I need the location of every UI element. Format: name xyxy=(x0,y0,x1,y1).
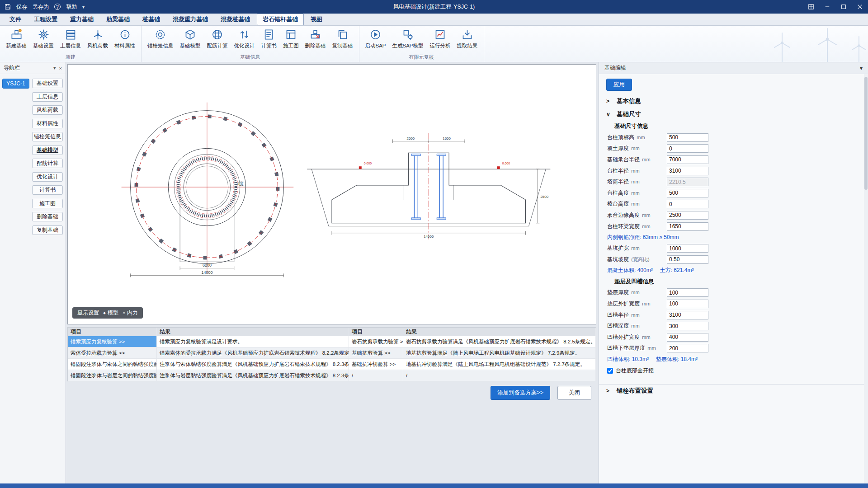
sidebar-item-anchor-cage-info[interactable]: 锚栓笼信息 xyxy=(32,132,63,141)
pedestal-height-input[interactable] xyxy=(667,189,708,197)
sidebar-item-optimize-design[interactable]: 优化设计 xyxy=(32,172,63,182)
calculation-report-button[interactable]: 计算书 xyxy=(258,27,280,50)
turbine-load-button[interactable]: 风机荷载 xyxy=(84,27,111,50)
section-foundation-size[interactable]: ∨ 基础尺寸 xyxy=(599,108,868,121)
launch-sap-button[interactable]: 启动SAP xyxy=(362,27,389,50)
add-to-plans-button[interactable]: 添加到备选方案>> xyxy=(491,386,550,400)
new-foundation-button[interactable]: 新建基础 xyxy=(3,27,30,50)
help-icon[interactable]: ? xyxy=(54,4,61,10)
groove-radius-input[interactable] xyxy=(667,311,708,319)
check-item-link[interactable]: 索体受拉承载力验算 >> xyxy=(68,347,157,358)
field-row: 垫层厚度 mm xyxy=(599,287,868,299)
copy-foundation-button[interactable]: 复制基础 xyxy=(329,27,356,50)
cushion-extension-input[interactable] xyxy=(667,300,708,308)
radio-on-icon: ● xyxy=(103,310,106,315)
foundation-model-icon xyxy=(184,28,196,42)
maximize-button[interactable] xyxy=(835,0,852,14)
model-canvas[interactable]: 0度 6200 14000 xyxy=(67,64,596,324)
rebar-calculation-button[interactable]: 配筋计算 xyxy=(204,27,231,50)
radio-internal-force[interactable]: ○ 内力 xyxy=(123,309,138,317)
check-item-link[interactable]: 锚固段注浆体与索体之间的黏结强度验算 >> xyxy=(68,359,157,370)
groove-extension-input[interactable] xyxy=(667,333,708,342)
pin-icon[interactable]: ▾ xyxy=(53,65,56,71)
frustum-height-input[interactable] xyxy=(667,200,708,208)
tab-mixed-gravity-foundation[interactable]: 混凝重力基础 xyxy=(167,14,214,25)
generate-sap-model-button[interactable]: 生成SAP模型 xyxy=(389,27,427,50)
ribbon-button-label: 风机荷载 xyxy=(87,42,108,49)
soil-layer-info-button[interactable]: 土层信息 xyxy=(57,27,84,50)
tab-mixed-pile-foundation[interactable]: 混凝桩基础 xyxy=(215,14,256,25)
pedestal-radius-input[interactable] xyxy=(667,167,708,175)
sidebar-item-construction-drawing[interactable]: 施工图 xyxy=(32,199,63,208)
field-unit: mm xyxy=(631,245,639,251)
main-area: 导航栏 ▾ × YSJC-1 基础设置 土层信息 风机荷载 材料属性 锚栓笼信息… xyxy=(0,62,868,483)
extract-results-button[interactable]: 提取结果 xyxy=(454,27,481,50)
minimize-button[interactable] xyxy=(819,0,835,14)
ribbon-button-label: 配筋计算 xyxy=(207,42,228,49)
settings-gear-icon xyxy=(38,28,50,42)
close-sidebar-icon[interactable]: × xyxy=(59,66,62,71)
pit-slope-input[interactable] xyxy=(667,255,708,264)
close-panel-button[interactable]: 关闭 xyxy=(557,386,591,400)
check-item-link[interactable]: 基础抗冲切验算 >> xyxy=(349,359,403,370)
groove-depth-input[interactable] xyxy=(667,322,708,330)
run-analysis-button[interactable]: 运行分析 xyxy=(427,27,454,50)
cap-edge-height-input[interactable] xyxy=(667,211,708,220)
save-icon[interactable] xyxy=(5,4,11,10)
tab-rock-anchor-foundation[interactable]: 岩石锚杆基础 xyxy=(257,14,304,25)
sidebar-item-wind-load[interactable]: 风机荷载 xyxy=(32,105,63,115)
construction-drawing-button[interactable]: 施工图 xyxy=(280,27,302,50)
optimize-design-button[interactable]: 优化设计 xyxy=(231,27,258,50)
field-row: 凹槽下垫层厚度 mm xyxy=(599,343,868,354)
scrollbar-thumb[interactable] xyxy=(864,77,868,190)
check-item-link[interactable]: 锚固段注浆体与岩层之间的黏结强度验算 >> xyxy=(68,370,157,381)
ring-beam-width-input[interactable] xyxy=(667,222,708,231)
sidebar-item-calc-report[interactable]: 计算书 xyxy=(32,185,63,195)
toolbar-options-caret-icon[interactable]: ▾ xyxy=(82,5,85,9)
sidebar-item-delete-foundation[interactable]: 删除基础 xyxy=(32,212,63,221)
layout-grid-icon[interactable] xyxy=(803,0,819,14)
section-basic-info[interactable]: > 基本信息 xyxy=(599,94,868,108)
check-item-link[interactable]: 基础抗剪验算 >> xyxy=(349,347,403,358)
panel-scrollbar[interactable] xyxy=(864,74,868,483)
material-properties-button[interactable]: 材料属性 xyxy=(111,27,138,50)
apply-button[interactable]: 应用 xyxy=(606,79,632,91)
check-item-link[interactable]: 锚索预应力复核验算 >> xyxy=(68,336,157,347)
anchor-cage-info-button[interactable]: 锚栓笼信息 xyxy=(144,27,177,50)
field-row: 塔筒半径 mm xyxy=(599,176,868,188)
sidebar-item-copy-foundation[interactable]: 复制基础 xyxy=(32,225,63,235)
soil-cover-thickness-input[interactable] xyxy=(667,144,708,153)
section-anchor-layout[interactable]: > 锚栓布置设置 xyxy=(599,384,868,397)
help-button[interactable]: 帮助 xyxy=(66,3,77,11)
cap-radius-input[interactable] xyxy=(667,155,708,164)
tab-pile-foundation[interactable]: 桩基础 xyxy=(137,14,166,25)
tab-project-settings[interactable]: 工程设置 xyxy=(28,14,63,25)
close-button[interactable] xyxy=(852,0,868,14)
tab-file[interactable]: 文件 xyxy=(4,14,27,25)
foundation-settings-button[interactable]: 基础设置 xyxy=(30,27,57,50)
sidebar-item-soil-info[interactable]: 土层信息 xyxy=(32,92,63,102)
sidebar-item-material-props[interactable]: 材料属性 xyxy=(32,119,63,128)
tab-gravity-foundation[interactable]: 重力基础 xyxy=(64,14,99,25)
tab-rib-beam-foundation[interactable]: 肋梁基础 xyxy=(100,14,136,25)
save-as-button[interactable]: 另存为 xyxy=(33,3,49,11)
pedestal-top-elevation-input[interactable] xyxy=(667,133,708,142)
radio-model[interactable]: ● 模型 xyxy=(103,309,118,317)
field-label: 塔筒半径 xyxy=(607,178,629,185)
tab-view[interactable]: 视图 xyxy=(305,14,328,25)
sidebar-item-foundation-settings[interactable]: 基础设置 xyxy=(32,79,63,88)
foundation-model-button[interactable]: 基础模型 xyxy=(177,27,204,50)
full-excavation-checkbox[interactable] xyxy=(607,368,613,374)
sidebar-item-foundation-model[interactable]: 基础模型 xyxy=(32,145,63,155)
save-button[interactable]: 保存 xyxy=(16,3,27,11)
panel-caret-icon[interactable]: ▾ xyxy=(860,65,863,71)
check-item-link[interactable]: 岩石抗剪承载力验算 >> xyxy=(349,336,403,347)
check-item-link[interactable]: / xyxy=(349,370,403,381)
project-tab-ysjc1[interactable]: YSJC-1 xyxy=(2,79,29,89)
sidebar-item-rebar-calc[interactable]: 配筋计算 xyxy=(32,159,63,168)
groove-cushion-thickness-input[interactable] xyxy=(667,344,708,352)
field-unit: mm xyxy=(631,145,639,151)
pit-widening-input[interactable] xyxy=(667,244,708,253)
cushion-thickness-input[interactable] xyxy=(667,288,708,297)
delete-foundation-button[interactable]: 删除基础 xyxy=(302,27,329,50)
